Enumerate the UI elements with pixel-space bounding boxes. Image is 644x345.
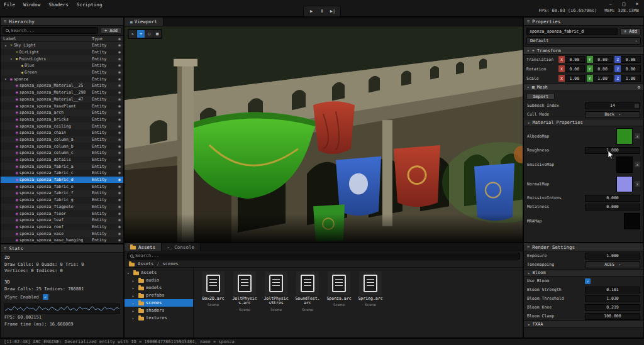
material-properties-header[interactable]: ▾ Material Properties — [524, 119, 643, 126]
entity-name-field[interactable]: sponza_sponza_fabric_d — [526, 28, 618, 35]
texture-swatch[interactable] — [624, 213, 640, 229]
visibility-eye-icon[interactable]: ◉ — [113, 137, 121, 142]
expand-arrow-icon[interactable]: ▸ — [132, 278, 136, 283]
hierarchy-row[interactable]: ▾ ▣ sponza Entity ◉ — [1, 75, 123, 82]
minimize-button[interactable]: − — [607, 1, 614, 8]
axis-z-value[interactable]: 1.00 — [621, 75, 641, 82]
texture-swatch[interactable] — [616, 176, 633, 192]
folder-row[interactable]: ▸ textures — [125, 314, 193, 322]
hierarchy-row[interactable]: ▣ sponza_sponza_Material__25 Entity ◉ — [1, 82, 123, 89]
preset-dropdown[interactable]: Default ▾ — [526, 37, 641, 45]
visibility-eye-icon[interactable]: ◉ — [113, 43, 121, 48]
menu-item[interactable]: Scripting — [77, 2, 103, 8]
rotate-tool-button[interactable]: ○ — [145, 30, 153, 38]
hierarchy-row[interactable]: ☀ DirLight Entity ◉ — [1, 49, 123, 56]
menu-item[interactable]: Window — [23, 2, 40, 8]
play-button[interactable]: ▶ — [307, 8, 316, 15]
viewport-canvas[interactable] — [125, 26, 523, 242]
hierarchy-row[interactable]: ▣ sponza_sponza_ceiling Entity ◉ — [1, 123, 123, 129]
expand-arrow-icon[interactable]: ▸ — [132, 316, 136, 320]
tab-assets[interactable]: Assets — [125, 243, 162, 251]
visibility-eye-icon[interactable]: ◉ — [113, 231, 121, 236]
pause-button[interactable]: Ⅱ — [318, 8, 326, 15]
visibility-eye-icon[interactable]: ◉ — [113, 197, 121, 202]
step-button[interactable]: ▶| — [328, 8, 337, 15]
asset-file-card[interactable]: Box2D.arc Scene — [200, 271, 226, 307]
visibility-eye-icon[interactable]: ◉ — [113, 144, 121, 149]
hierarchy-row[interactable]: ▣ sponza_sponza_flagpole Entity ◉ — [1, 204, 123, 211]
visibility-eye-icon[interactable]: ◉ — [113, 63, 121, 68]
expand-arrow-icon[interactable]: ▾ — [10, 57, 14, 61]
assets-search-input[interactable] — [135, 253, 517, 258]
folder-row[interactable]: ▸ scenes — [125, 299, 193, 307]
visibility-eye-icon[interactable]: ◉ — [113, 157, 121, 162]
visibility-eye-icon[interactable]: ◉ — [113, 97, 121, 102]
visibility-eye-icon[interactable]: ◉ — [113, 70, 121, 75]
visibility-eye-icon[interactable]: ◉ — [113, 170, 121, 175]
fxaa-section-header[interactable]: ▾ FXAA — [524, 320, 643, 328]
asset-file-card[interactable]: JoltPhysicsStres Scene — [263, 271, 289, 312]
menu-item[interactable]: Shaders — [48, 2, 69, 8]
hierarchy-row[interactable]: ▣ sponza_sponza_column_b Entity ◉ — [1, 143, 123, 150]
hierarchy-row[interactable]: ● Blue Entity ◉ — [1, 62, 123, 69]
mesh-section-header[interactable]: ▾ ▦ Mesh ⚙ — [524, 83, 643, 91]
folder-row[interactable]: ▸ models — [125, 284, 193, 292]
bloom-setting-field[interactable]: 100.000 — [585, 313, 640, 320]
hierarchy-row[interactable]: ▣ sponza_sponza_arch Entity ◉ — [1, 109, 123, 116]
hierarchy-row[interactable]: ▣ sponza_sponza_fabric_c Entity ◉ — [1, 170, 123, 177]
axis-y-value[interactable]: 0.00 — [593, 65, 613, 72]
folder-row[interactable]: ▸ shaders — [125, 307, 193, 314]
hierarchy-row[interactable]: ▣ sponza_sponza_vase_hanging Entity ◉ — [1, 237, 123, 243]
axis-x-value[interactable]: 0.00 — [565, 56, 585, 63]
expand-arrow-icon[interactable]: ▾ — [127, 271, 131, 275]
axis-z-value[interactable]: 0.00 — [621, 56, 641, 63]
expand-arrow-icon[interactable]: ▾ — [4, 43, 9, 48]
hierarchy-row[interactable]: ▣ sponza_sponza_column_a Entity ◉ — [1, 136, 123, 143]
hierarchy-row[interactable]: ▾ ☀ Sky Light Entity ◉ — [1, 42, 123, 49]
hierarchy-row[interactable]: ▣ sponza_sponza_column_c Entity ◉ — [1, 150, 123, 156]
expand-arrow-icon[interactable]: ▸ — [132, 309, 136, 313]
tab-viewport[interactable]: ▦ Viewport — [125, 18, 164, 26]
visibility-eye-icon[interactable]: ◉ — [113, 150, 121, 155]
material-value-field[interactable]: 0.000 — [585, 195, 640, 202]
visibility-eye-icon[interactable]: ◉ — [113, 124, 121, 129]
hierarchy-row[interactable]: ▣ sponza_sponza_fabric_a Entity ◉ — [1, 163, 123, 170]
axis-x-value[interactable]: 1.00 — [565, 75, 585, 82]
texture-swatch[interactable] — [616, 156, 633, 173]
hierarchy-row[interactable]: ▣ sponza_sponza_chain Entity ◉ — [1, 129, 123, 136]
hierarchy-row[interactable]: ▣ sponza_sponza_fabric_e Entity ◉ — [1, 183, 123, 190]
hierarchy-row[interactable]: ▣ sponza_sponza_roof Entity ◉ — [1, 224, 123, 231]
hierarchy-row[interactable]: ▣ sponza_sponza_fabric_f Entity ◉ — [1, 190, 123, 197]
hierarchy-search-box[interactable] — [3, 27, 98, 34]
hierarchy-row[interactable]: ▣ sponza_sponza_vase Entity ◉ — [1, 230, 123, 237]
remove-texture-button[interactable]: x — [635, 162, 640, 167]
hierarchy-row[interactable]: ▣ sponza_sponza_Material__298 Entity ◉ — [1, 89, 123, 96]
hierarchy-row[interactable]: ▣ sponza_sponza_fabric_d Entity ◉ — [1, 177, 123, 183]
visibility-eye-icon[interactable]: ◉ — [113, 204, 121, 209]
import-button[interactable]: Import — [526, 93, 555, 100]
drag-handle[interactable] — [635, 104, 639, 108]
visibility-eye-icon[interactable]: ◉ — [113, 104, 121, 109]
tonemapping-dropdown[interactable]: ACES▾ — [585, 261, 640, 268]
visibility-eye-icon[interactable]: ◉ — [113, 130, 121, 135]
visibility-eye-icon[interactable]: ◉ — [113, 164, 121, 169]
hierarchy-search-input[interactable] — [11, 28, 95, 33]
select-tool-button[interactable]: ↖ — [129, 30, 136, 38]
menu-item[interactable]: File — [4, 2, 15, 8]
maximize-button[interactable]: □ — [620, 1, 628, 8]
use-bloom-checkbox[interactable]: ✓ — [585, 278, 591, 284]
asset-file-card[interactable]: Spring.arc Scene — [357, 271, 384, 307]
tab-console[interactable]: >_ Console — [162, 243, 201, 251]
asset-file-card[interactable]: JoltPhysics.arc Scene — [231, 271, 258, 312]
asset-file-card[interactable]: Sponza.arc Scene — [326, 271, 352, 307]
visibility-eye-icon[interactable]: ◉ — [113, 238, 121, 243]
expand-arrow-icon[interactable]: ▸ — [132, 293, 136, 298]
hierarchy-row[interactable]: ▣ sponza_sponza_VasePlant Entity ◉ — [1, 102, 123, 109]
assets-search-box[interactable] — [127, 253, 520, 260]
hierarchy-row[interactable]: ▣ sponza_sponza_details Entity ◉ — [1, 156, 123, 163]
snap-tool-button[interactable]: ▦ — [153, 30, 161, 38]
move-tool-button[interactable]: + — [137, 30, 145, 38]
transform-section-header[interactable]: ▾ + Transform — [524, 47, 643, 55]
exposure-field[interactable]: 1.000 — [585, 253, 640, 260]
visibility-eye-icon[interactable]: ◉ — [113, 50, 121, 55]
